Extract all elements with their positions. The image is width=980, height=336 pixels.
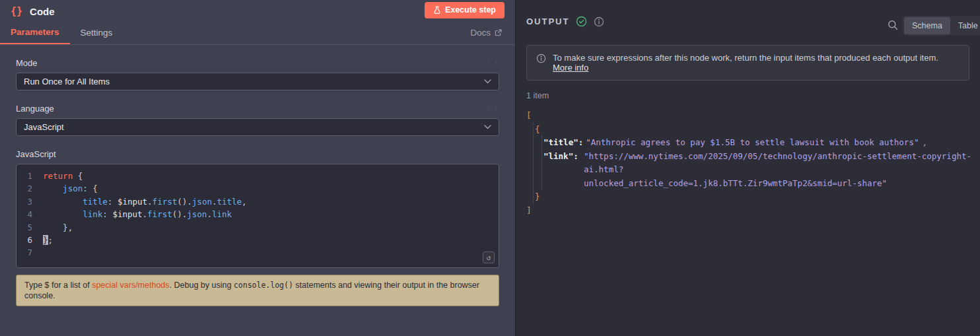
json-output: [ { "title": "Anthropic agrees to pay $1…	[526, 109, 980, 217]
code-line[interactable]: 3 title: $input.first().json.title,	[17, 195, 499, 208]
code-line[interactable]: 4 link: $input.first().json.link	[17, 208, 499, 220]
language-dropdown[interactable]: JavaScript	[16, 118, 499, 136]
hint-text: Type $ for a list of	[24, 281, 92, 290]
code-line[interactable]: 5 },	[17, 221, 499, 234]
code-field-label: JavaScript	[16, 149, 56, 159]
code-line[interactable]: 2 json: {	[17, 182, 499, 195]
external-link-icon	[495, 29, 502, 36]
output-title: OUTPUT	[526, 17, 569, 26]
tab-settings[interactable]: Settings	[70, 20, 123, 44]
hint-text: . Debug by using	[170, 281, 234, 290]
mode-label: Mode	[16, 58, 38, 68]
tab-table[interactable]: Table	[950, 17, 980, 34]
execute-step-button[interactable]: Execute step	[425, 2, 505, 18]
docs-link[interactable]: Docs	[470, 20, 502, 44]
json-bracket-open: [	[526, 109, 980, 123]
output-view-switcher: Schema Table	[903, 16, 980, 36]
success-check-icon	[576, 16, 587, 27]
json-field-link[interactable]: "link": "https://www.nytimes.com/2025/09…	[543, 150, 980, 191]
mode-dropdown-value: Run Once for All Items	[24, 77, 110, 86]
code-line[interactable]: 1return {	[17, 170, 499, 182]
search-icon	[888, 20, 898, 30]
items-count: 1 item	[526, 91, 980, 100]
json-bracket-close: ]	[526, 204, 980, 218]
code-history-button[interactable]: ↺	[483, 252, 495, 263]
code-node-panel: {} Code Execute step Parameters Settings…	[0, 0, 515, 336]
tab-parameters[interactable]: Parameters	[0, 20, 70, 44]
code-node-icon: {}	[11, 5, 22, 17]
node-title: Code	[30, 6, 55, 17]
flask-icon	[433, 6, 441, 14]
drag-handle-icon: ⋮⋮	[486, 105, 499, 112]
json-brace-open: {	[535, 123, 980, 137]
drag-handle-icon: ⋮⋮	[486, 59, 499, 67]
code-editor-lines: 1return {2 json: {3 title: $input.first(…	[17, 170, 499, 259]
code-editor[interactable]: 1return {2 json: {3 title: $input.first(…	[16, 164, 499, 268]
output-info-banner: To make sure expressions after this node…	[526, 45, 969, 81]
chevron-down-icon	[484, 125, 491, 129]
json-brace-close: }	[535, 190, 980, 204]
special-vars-link[interactable]: special vars/methods	[92, 281, 169, 290]
output-panel: OUTPUT Schema Table To make	[515, 0, 980, 336]
docs-label: Docs	[470, 28, 491, 38]
banner-text: To make sure expressions after this node…	[553, 53, 938, 63]
more-info-link[interactable]: More info	[553, 63, 588, 73]
language-label: Language	[16, 104, 54, 114]
node-tabbar: Parameters Settings Docs	[0, 20, 515, 45]
info-circle-icon	[536, 53, 546, 63]
mode-dropdown[interactable]: Run Once for All Items	[16, 73, 499, 90]
chevron-down-icon	[484, 79, 491, 84]
language-dropdown-value: JavaScript	[24, 122, 64, 132]
execute-step-label: Execute step	[445, 5, 496, 15]
console-log-code: console.log()	[234, 281, 293, 290]
hint-banner: Type $ for a list of special vars/method…	[16, 275, 499, 306]
node-header: {} Code Execute step	[0, 0, 515, 17]
parameters-form: Mode ⋮⋮ Run Once for All Items Language …	[0, 58, 515, 306]
code-line[interactable]: 7	[17, 246, 499, 259]
search-button[interactable]	[888, 20, 898, 30]
json-field-title[interactable]: "title": "Anthropic agrees to pay $1.5B …	[543, 136, 980, 150]
undo-icon: ↺	[487, 253, 491, 262]
info-circle-icon[interactable]	[594, 17, 604, 27]
code-line[interactable]: 6};	[17, 234, 499, 246]
tab-schema[interactable]: Schema	[904, 17, 950, 34]
